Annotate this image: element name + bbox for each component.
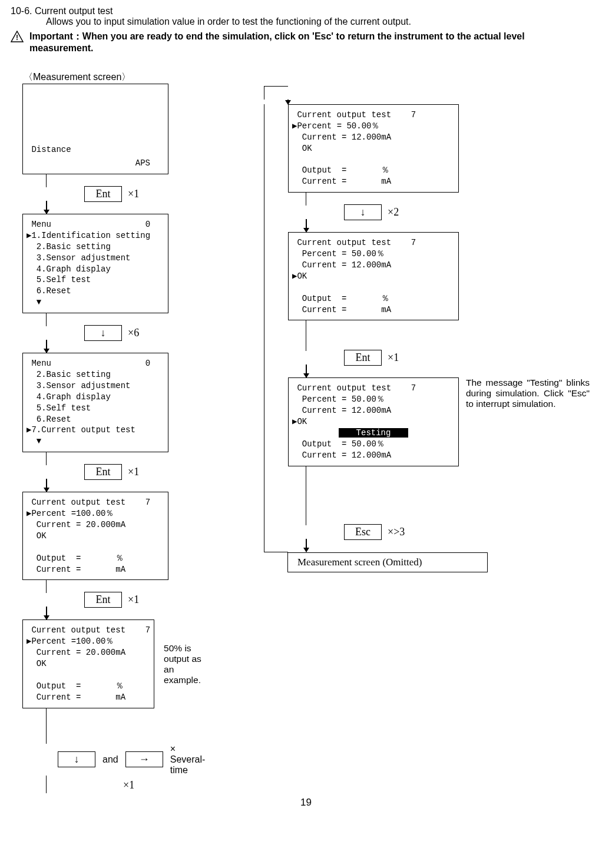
testing-badge: Testing [339, 428, 409, 438]
times-1r: ×1 [388, 352, 399, 364]
measurement-screen-label: 〈Measurement screen〉 [24, 71, 601, 84]
important-text: Important：When you are ready to end the … [29, 31, 571, 54]
distance-label: Distance [27, 145, 71, 154]
aps-label: APS [135, 158, 150, 169]
page-number: 19 [11, 797, 601, 809]
down-key[interactable]: ↓ [84, 325, 122, 341]
screen-cot-1: Current output test 7 ▶Percent =100.00％ … [22, 492, 168, 580]
times-2r: ×2 [388, 206, 399, 218]
several-label: × Several-time [170, 744, 206, 776]
screen-measurement: Distance APS [22, 84, 168, 174]
times-6: ×6 [128, 327, 139, 339]
times-1c: ×1 [128, 594, 139, 606]
down-key-r1[interactable]: ↓ [344, 204, 382, 220]
esc-key[interactable]: Esc [344, 524, 382, 540]
section-heading: 10-6. Current output test [11, 6, 601, 16]
measurement-omitted: Measurement screen (Omitted) [287, 552, 488, 572]
screen-cotr-2: Current output test 7 Percent = 50.00％ C… [288, 232, 459, 320]
screen-cotr-1: Current output test 7 ▶Percent = 50.00％ … [288, 104, 459, 193]
screen-cot-2: Current output test 7 ▶Percent =100.00％ … [22, 619, 154, 708]
screen-menu-2: Menu 0 2.Basic setting 3.Sensor adjustme… [22, 353, 168, 452]
ent-key-2[interactable]: Ent [84, 464, 122, 480]
times-gt3: ×>3 [388, 526, 405, 538]
testing-note: The message "Testing" blinks during simu… [466, 377, 590, 409]
screen-menu-1: Menu 0 ▶1.Identification setting 2.Basic… [22, 214, 168, 313]
ent-key-r[interactable]: Ent [344, 350, 382, 366]
right-key[interactable]: → [125, 751, 163, 767]
and-label: and [102, 754, 118, 765]
warning-icon: ! [11, 31, 24, 42]
times-1b: ×1 [128, 466, 139, 478]
ent-key[interactable]: Ent [84, 186, 122, 202]
times-1d: ×1 [123, 779, 134, 791]
down-key-2[interactable]: ↓ [58, 751, 95, 767]
times-1: ×1 [128, 188, 139, 200]
intro-text: Allows you to input simulation value in … [46, 16, 601, 27]
ent-key-3[interactable]: Ent [84, 592, 122, 608]
example-note: 50% is output as an example. [164, 643, 205, 685]
svg-text:!: ! [16, 34, 18, 42]
screen-cotr-3: Current output test 7 Percent = 50.00％ C… [288, 377, 459, 466]
